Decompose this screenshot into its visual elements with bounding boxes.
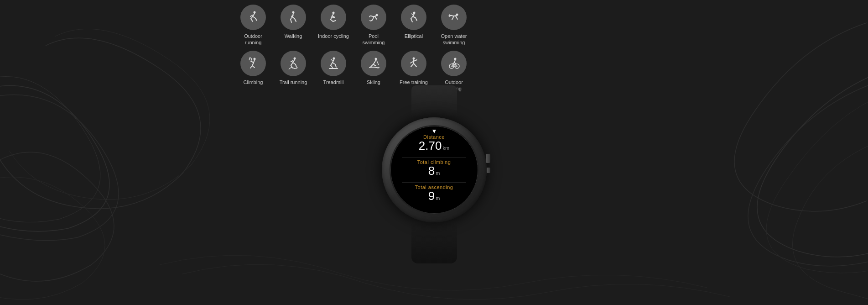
- elliptical-label: Elliptical: [405, 33, 423, 39]
- svg-line-55: [373, 64, 376, 66]
- svg-line-27: [416, 18, 417, 21]
- svg-line-28: [411, 19, 412, 22]
- activity-row-1: Outdoor running Walking: [237, 5, 474, 46]
- svg-line-4: [251, 19, 253, 21]
- climbing-icon: [246, 57, 260, 70]
- ascending-number: 9: [428, 189, 435, 203]
- skiing-label: Skiing: [367, 79, 380, 85]
- climbing-label: Climbing: [244, 79, 263, 85]
- activity-open-water-swimming[interactable]: Open water swimming: [438, 5, 470, 46]
- climbing-icon-circle: [240, 51, 266, 76]
- distance-unit: km: [442, 145, 449, 151]
- svg-line-46: [331, 63, 333, 65]
- free-training-icon-circle: [401, 51, 426, 76]
- svg-line-18: [332, 16, 335, 17]
- watch-face: Distance 2.70km Total climbing 8m: [390, 125, 479, 215]
- indoor-cycling-icon-circle: [321, 5, 346, 30]
- watch-metric-total-climbing: Total climbing 8m: [394, 159, 474, 177]
- svg-line-29: [411, 14, 413, 15]
- svg-line-48: [333, 63, 335, 64]
- walking-icon-circle: [281, 5, 306, 30]
- svg-line-42: [296, 64, 296, 67]
- watch-top-indicator: [432, 130, 436, 133]
- pool-swimming-icon-circle: [361, 5, 386, 30]
- svg-line-33: [251, 61, 254, 63]
- indoor-cycling-icon: [327, 11, 340, 24]
- climbing-unit: m: [436, 170, 440, 176]
- total-climbing-value: 8m: [394, 165, 474, 177]
- pool-swimming-label: Pool swimming: [358, 33, 390, 46]
- indoor-cycling-label: Indoor cycling: [318, 33, 349, 39]
- total-ascending-value: 9m: [394, 190, 474, 202]
- activity-pool-swimming[interactable]: Pool swimming: [358, 5, 390, 46]
- free-training-icon: [407, 57, 421, 70]
- trail-running-icon-circle: [281, 51, 306, 76]
- svg-line-26: [413, 16, 416, 18]
- divider-2: [402, 182, 466, 183]
- svg-line-36: [252, 66, 255, 68]
- skiing-icon-circle: [361, 51, 386, 76]
- outdoor-running-icon: [246, 11, 260, 24]
- svg-line-54: [371, 64, 373, 67]
- watch-metric-distance: Distance 2.70km: [394, 134, 474, 152]
- treadmill-label: Treadmill: [323, 79, 344, 85]
- activity-trail-running[interactable]: Trail running: [277, 51, 309, 92]
- svg-line-13: [295, 19, 296, 21]
- open-water-swimming-icon: [447, 11, 461, 24]
- walking-icon: [286, 11, 300, 24]
- activity-indoor-cycling[interactable]: Indoor cycling: [317, 5, 349, 46]
- svg-line-47: [331, 65, 333, 68]
- watch-outer-ring: Distance 2.70km Total climbing 8m: [382, 117, 487, 222]
- svg-line-45: [333, 59, 334, 63]
- outdoor-cycling-icon-circle: [441, 51, 467, 76]
- watch-body: Distance 2.70km Total climbing 8m: [382, 117, 487, 222]
- svg-line-11: [291, 19, 291, 22]
- watch-crown-bottom: [487, 168, 490, 173]
- svg-line-6: [255, 18, 257, 21]
- walking-label: Walking: [285, 33, 302, 39]
- svg-line-66: [454, 63, 456, 64]
- svg-line-34: [252, 63, 254, 66]
- watch-container: Distance 2.70km Total climbing 8m: [370, 85, 498, 277]
- svg-line-20: [333, 21, 336, 21]
- svg-line-61: [411, 61, 414, 63]
- outdoor-running-icon-circle: [240, 5, 266, 30]
- climbing-number: 8: [428, 164, 435, 178]
- trail-running-label: Trail running: [280, 79, 307, 85]
- open-water-swimming-icon-circle: [441, 5, 467, 30]
- watch-data: Distance 2.70km Total climbing 8m: [390, 131, 478, 209]
- ascending-unit: m: [436, 195, 440, 201]
- outdoor-running-label: Outdoor running: [237, 33, 269, 46]
- divider-1: [402, 157, 466, 158]
- svg-line-62: [414, 60, 417, 61]
- svg-line-60: [414, 63, 416, 67]
- open-water-swimming-label: Open water swimming: [438, 33, 470, 46]
- treadmill-icon: [327, 57, 340, 70]
- svg-line-56: [377, 61, 379, 65]
- svg-line-17: [331, 16, 332, 20]
- activity-outdoor-running[interactable]: Outdoor running: [237, 5, 269, 46]
- svg-line-43: [291, 61, 293, 62]
- watch-band-bottom: [411, 222, 457, 263]
- elliptical-icon: [407, 11, 421, 24]
- total-climbing-label: Total climbing: [394, 159, 474, 165]
- trail-running-icon: [286, 57, 300, 70]
- svg-line-49: [335, 64, 336, 67]
- outdoor-cycling-icon: [447, 57, 461, 70]
- svg-line-59: [411, 63, 414, 67]
- svg-line-5: [253, 16, 255, 18]
- activity-walking[interactable]: Walking: [277, 5, 309, 46]
- activity-climbing[interactable]: Climbing: [237, 51, 269, 92]
- svg-line-41: [293, 63, 296, 64]
- distance-number: 2.70: [419, 139, 442, 152]
- activity-elliptical[interactable]: Elliptical: [398, 5, 430, 46]
- watch-crown-top: [486, 154, 490, 163]
- pool-swimming-icon: [367, 11, 380, 24]
- distance-label: Distance: [394, 134, 474, 140]
- free-training-label: Free training: [400, 79, 428, 85]
- activity-treadmill[interactable]: Treadmill: [317, 51, 349, 92]
- total-ascending-label: Total ascending: [394, 184, 474, 190]
- activities-section: Outdoor running Walking: [237, 5, 474, 96]
- distance-value: 2.70km: [394, 140, 474, 152]
- elliptical-icon-circle: [401, 5, 426, 30]
